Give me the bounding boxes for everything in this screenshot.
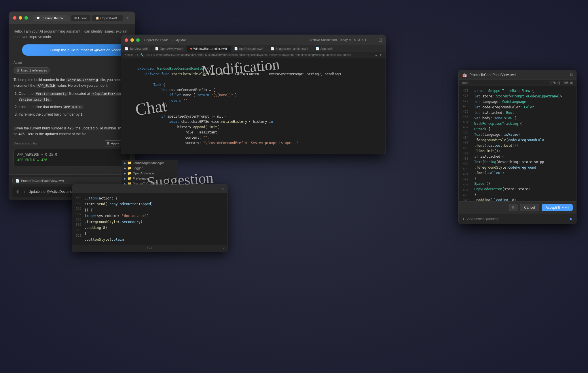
add-context-button[interactable]: + <box>462 216 465 222</box>
chat-window: 💬 To bump the bu... ⊞ Linear 📋 CopilotFo… <box>9 12 135 200</box>
ppl-486: 486 <box>461 146 468 151</box>
close-button[interactable] <box>13 16 16 20</box>
ppc-line-482: HStack { <box>474 127 573 132</box>
pc-line-2: store.send(.copyCodeButtonTapped) <box>84 201 224 207</box>
xcode-minimize-button[interactable] <box>130 38 134 42</box>
remove-doc-button[interactable]: 🗑 <box>15 189 20 195</box>
tab-copilot[interactable]: 📋 CopilotForX... <box>92 15 124 21</box>
tab-linear[interactable]: ⊞ Linear <box>71 15 91 21</box>
active-doc-name: PromptToCodePanelView.swift <box>21 179 64 182</box>
popup-page: 1 / 2 <box>147 247 152 250</box>
xcode-tab-appdelegate[interactable]: 📄 AppDelegate.swift <box>231 45 267 52</box>
tabview-icon: 📄 <box>125 47 128 50</box>
prompt-send-button[interactable]: ➤ <box>569 216 573 222</box>
ppl-476: 476 <box>461 93 468 99</box>
maximize-button[interactable] <box>24 16 28 20</box>
chat-intro-text: Hello, I am your AI programming assistan… <box>14 29 130 40</box>
minimize-button[interactable] <box>19 16 22 20</box>
xcode-tab-app[interactable]: 📄 App.swift <box>312 45 337 52</box>
ppl-480: 480 <box>461 114 468 120</box>
breadcrumb-up[interactable]: ▲ <box>375 53 378 56</box>
ppl-494: 494 <box>461 188 468 193</box>
references-badge[interactable]: ◎ Used 1 references <box>14 67 50 74</box>
xcode-layout-button[interactable]: ⊡ <box>378 37 382 43</box>
ppl-493: 493 <box>461 182 468 188</box>
popup-close-button[interactable]: × <box>221 186 224 191</box>
ppl-481: 481 <box>461 120 468 125</box>
prompt-code-text[interactable]: struct SnippetTitleBar: View { let store… <box>471 86 576 201</box>
accept-button[interactable]: Accept(⌘ + ↩) <box>542 204 573 211</box>
xcode-tabs-row: 📄 TabView.swift 📄 OpenAIView.swift Windo… <box>121 45 386 52</box>
tabview-label: TabView.swift <box>130 47 148 50</box>
pc-line-3: }) { <box>84 207 224 213</box>
active-doc-chip: 📄 PromptToCodePanelView.swift <box>12 178 132 184</box>
ln-7 <box>124 96 130 101</box>
linear-icon: ⊞ <box>74 16 77 20</box>
ppl-489: 489 <box>461 161 468 167</box>
ppl-483: 483 <box>461 130 468 135</box>
ppc-line-481: WithPerceptionTracking { <box>474 121 573 127</box>
cancel-button[interactable]: Cancel <box>520 204 539 211</box>
xcode-plus-button[interactable]: + <box>372 37 374 43</box>
ppl-482: 482 <box>461 125 468 130</box>
folder-emoji-3: 📁 <box>127 171 132 175</box>
ppc-line-489: .foregroundStyle(codeForeground... <box>474 165 573 170</box>
apply-icon: ⊟ <box>107 142 109 145</box>
ln-5 <box>124 86 130 91</box>
xcode-maximize-button[interactable] <box>136 38 140 42</box>
panel-icon: 🤖 <box>462 73 467 77</box>
ppl-491: 491 <box>461 172 468 177</box>
code-popup-content: 504 505 506 507 508 509 510 511 Button(a… <box>72 193 227 245</box>
settings-button[interactable]: ⚙ <box>509 204 517 211</box>
chat-titlebar: 💬 To bump the bu... ⊞ Linear 📋 CopilotFo… <box>9 12 135 24</box>
xcode-close-button[interactable] <box>125 38 128 42</box>
pc-line-7: } <box>84 231 224 236</box>
appdelegate-icon: 📄 <box>234 47 238 50</box>
tab-chat-1[interactable]: 💬 To bump the bu... <box>33 15 69 21</box>
prompt-input-field[interactable] <box>467 217 567 221</box>
xcode-tab-tabview[interactable]: 📄 TabView.swift <box>121 45 151 52</box>
code-content[interactable]: extension WindowBaseCommandHandler { pri… <box>133 58 386 154</box>
popup-code-text[interactable]: Button(action: { store.send(.copyCodeBut… <box>84 195 227 242</box>
ln-10 <box>124 112 130 117</box>
popup-prev-btn[interactable]: ‹ <box>76 247 77 250</box>
apply-row: Version.xcconfig ⊟ Apply ▾ ⬇ <box>14 140 130 146</box>
add-tab-button[interactable]: + <box>125 15 131 21</box>
code-popup: 21 × 504 505 506 507 508 509 510 511 But… <box>72 184 227 252</box>
file-diff-box: APP_VERSION = 0.35.0 APP_BUILD = 426 <box>14 149 130 166</box>
xcode-tab-suggestion[interactable]: 📄 Suggestion...andler.swift <box>267 45 312 52</box>
ln-11 <box>124 117 130 122</box>
panel-copy-button[interactable]: ⧉ <box>570 72 573 77</box>
tree-item-logger[interactable]: ▶ 📁 Logger <box>122 165 178 171</box>
pln-506: 506 <box>75 206 81 212</box>
popup-next-btn[interactable]: › <box>223 247 224 250</box>
pln-508: 508 <box>75 217 81 223</box>
tab-2-label: Linear <box>78 16 87 20</box>
tree-item-launchagent[interactable]: ▶ 📁 LaunchAgentManager <box>122 160 178 165</box>
breadcrumb-down[interactable]: ▼ <box>379 53 382 56</box>
ppl-477: 477 <box>461 99 468 104</box>
add-context-button[interactable]: + <box>23 189 26 195</box>
pc-line-4: Image(systemName: "doc.on.doc") <box>84 213 224 219</box>
diff-line-1: APP_VERSION = 0.35.0 <box>17 152 127 158</box>
agent-label-text: Agent <box>14 61 22 64</box>
ppc-line-493: CopyCodeButton(store: store) <box>474 186 573 192</box>
xcode-tab-windowbase[interactable]: WindowBas...andler.swift <box>187 46 231 52</box>
ppc-line-475: struct SnippetTitleBar: View { <box>474 88 573 94</box>
app-label: App.swift <box>320 47 333 50</box>
openai-label: OpenAIView.swift <box>160 47 183 50</box>
prompt-panel-subheader: swift [475, 0] - [498, 9] <box>459 80 576 86</box>
prompt-panel-buttons: ⚙ Cancel Accept(⌘ + ↩) <box>459 201 576 214</box>
xcode-tab-openai[interactable]: 📄 OpenAIView.swift <box>151 45 187 52</box>
ppl-496: 496 <box>461 198 468 201</box>
chat-body: Hello, I am your AI programming assistan… <box>9 24 135 174</box>
tree-item-preferences[interactable]: ▶ 📁 Preferences <box>122 176 178 181</box>
ppc-line-484: .foregroundStyle(codeForegroundColo... <box>474 137 573 143</box>
pc-line-1: Button(action: { <box>84 195 224 201</box>
xcode-breadcrumb: Xcode › ⊡ › 🔧 › ⊡ › ⊡ › WindowBaseComman… <box>121 52 386 58</box>
ppc-line-479: let isAttached: Bool <box>474 110 573 116</box>
ppc-line-477: let language: CodeLanguage <box>474 99 573 105</box>
tree-item-openai[interactable]: ▶ 📁 OpenAIService <box>122 171 178 176</box>
folder-icon-3: ▶ <box>124 172 126 175</box>
user-message: Bump the build number of @Version.xcconf… <box>22 44 130 56</box>
